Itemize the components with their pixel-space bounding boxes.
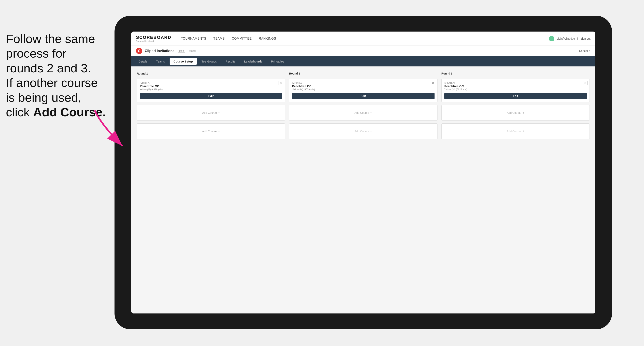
main-content: Round 1 ✕ (Course A) Peachtree GC Yellow…	[131, 66, 595, 314]
cancel-icon: ×	[589, 49, 590, 52]
tournament-gender-badge: Men	[178, 49, 185, 53]
round-1-add-plus-1: +	[218, 111, 220, 115]
round-2-label: Round 2	[289, 72, 437, 75]
tab-course-setup[interactable]: Course Setup	[170, 58, 197, 65]
user-avatar	[549, 36, 554, 41]
round-1-delete-icon[interactable]: ✕	[278, 81, 283, 85]
cancel-button[interactable]: Cancel ×	[579, 49, 590, 52]
tablet-screen: SCOREBOARD Powered by clippd TOURNAMENTS…	[131, 31, 595, 314]
round-1-add-course-1[interactable]: Add Course +	[137, 105, 285, 121]
round-2-add-course-text-1: Add Course +	[354, 111, 372, 115]
round-1-add-course-text-1: Add Course +	[202, 111, 220, 115]
nav-teams[interactable]: TEAMS	[214, 36, 225, 41]
round-3-edit-button[interactable]: Edit	[444, 93, 587, 99]
round-2-add-plus-2: +	[370, 130, 372, 133]
tab-teams[interactable]: Teams	[152, 58, 169, 65]
round-1-course-name: Peachtree GC	[140, 84, 282, 88]
round-1-course-card: ✕ (Course A) Peachtree GC Yellow (M) (66…	[137, 79, 285, 102]
tabs-row: Details Teams Course Setup Tee Groups Re…	[131, 56, 595, 66]
round-1-add-course-2[interactable]: Add Course +	[137, 123, 285, 139]
tab-results[interactable]: Results	[222, 58, 239, 65]
round-2-add-course-text-2: Add Course +	[354, 130, 372, 133]
round-1-course-label: (Course A)	[140, 82, 282, 84]
round-3-add-plus-2: +	[522, 130, 524, 133]
round-2-add-plus-1: +	[370, 111, 372, 115]
round-1-edit-button[interactable]: Edit	[140, 93, 282, 99]
tablet-device: SCOREBOARD Powered by clippd TOURNAMENTS…	[114, 16, 612, 329]
cancel-label: Cancel	[579, 49, 588, 52]
round-3-add-course-1[interactable]: Add Course +	[442, 105, 590, 121]
round-2-course-name: Peachtree GC	[292, 84, 434, 88]
round-2-add-course-2: Add Course +	[289, 123, 437, 139]
round-1-add-course-text-2: Add Course +	[202, 130, 220, 133]
round-3-course-name: Peachtree GC	[444, 84, 587, 88]
instruction-line4: If another course	[6, 76, 98, 90]
instruction-text: Follow the same process for rounds 2 and…	[0, 28, 114, 123]
round-3-add-plus-1: +	[522, 111, 524, 115]
round-3-label: Round 3	[442, 72, 590, 75]
sub-header-left: C Clippd Invitational Men Hosting	[136, 48, 196, 54]
rounds-grid: Round 1 ✕ (Course A) Peachtree GC Yellow…	[137, 72, 590, 139]
round-3-add-course-text-2: Add Course +	[507, 130, 524, 133]
nav-rankings[interactable]: RANKINGS	[259, 36, 276, 41]
instruction-line2: process for	[6, 46, 66, 60]
round-3-column: Round 3 ✕ (Course A) Peachtree GC Yellow…	[442, 72, 590, 139]
round-3-add-course-text-1: Add Course +	[507, 111, 524, 115]
instruction-line3: rounds 2 and 3.	[6, 61, 91, 75]
round-2-add-course-1[interactable]: Add Course +	[289, 105, 437, 121]
nav-tournaments[interactable]: TOURNAMENTS	[181, 36, 206, 41]
tab-details[interactable]: Details	[134, 58, 152, 65]
round-2-column: Round 2 ✕ (Course A) Peachtree GC Yellow…	[289, 72, 437, 139]
round-3-add-course-2: Add Course +	[442, 123, 590, 139]
nav-links: TOURNAMENTS TEAMS COMMITTEE RANKINGS	[181, 36, 549, 41]
top-navigation: SCOREBOARD Powered by clippd TOURNAMENTS…	[131, 31, 595, 46]
tab-printables[interactable]: Printables	[267, 58, 288, 65]
round-3-course-card: ✕ (Course A) Peachtree GC Yellow (M) (66…	[442, 79, 590, 102]
round-3-delete-icon[interactable]: ✕	[583, 81, 588, 85]
hosting-badge: Hosting	[188, 49, 196, 52]
brand: SCOREBOARD Powered by clippd	[136, 35, 171, 42]
brand-name: SCOREBOARD	[136, 35, 171, 40]
round-1-column: Round 1 ✕ (Course A) Peachtree GC Yellow…	[137, 72, 285, 139]
round-2-course-label: (Course A)	[292, 82, 434, 84]
round-2-course-tee: Yellow (M) (6629 yds)	[292, 88, 434, 91]
instruction-bold: Add Course.	[33, 105, 106, 119]
instruction-line1: Follow the same	[6, 32, 95, 45]
nav-committee[interactable]: COMMITTEE	[232, 36, 252, 41]
sub-header: C Clippd Invitational Men Hosting Cancel…	[131, 46, 595, 56]
round-2-course-card: ✕ (Course A) Peachtree GC Yellow (M) (66…	[289, 79, 437, 102]
brand-powered: Powered by clippd	[136, 40, 171, 42]
round-3-course-label: (Course A)	[444, 82, 587, 84]
instruction-line6: click	[6, 105, 33, 119]
round-1-add-plus-2: +	[218, 130, 220, 133]
round-2-delete-icon[interactable]: ✕	[431, 81, 435, 85]
sign-out-button[interactable]: Sign out	[580, 37, 590, 40]
round-1-course-tee: Yellow (M) (6629 yds)	[140, 88, 282, 91]
round-3-course-tee: Yellow (M) (6629 yds)	[444, 88, 587, 91]
clippd-logo: C	[136, 48, 142, 54]
nav-right: blair@clippd.io | Sign out	[549, 36, 590, 41]
tab-tee-groups[interactable]: Tee Groups	[198, 58, 221, 65]
user-email: blair@clippd.io	[557, 37, 575, 40]
tournament-name: Clippd Invitational	[145, 49, 176, 53]
round-2-edit-button[interactable]: Edit	[292, 93, 434, 99]
round-1-label: Round 1	[137, 72, 285, 75]
pipe-separator: |	[577, 37, 578, 40]
tab-leaderboards[interactable]: Leaderboards	[240, 58, 266, 65]
instruction-line5: is being used,	[6, 91, 82, 104]
